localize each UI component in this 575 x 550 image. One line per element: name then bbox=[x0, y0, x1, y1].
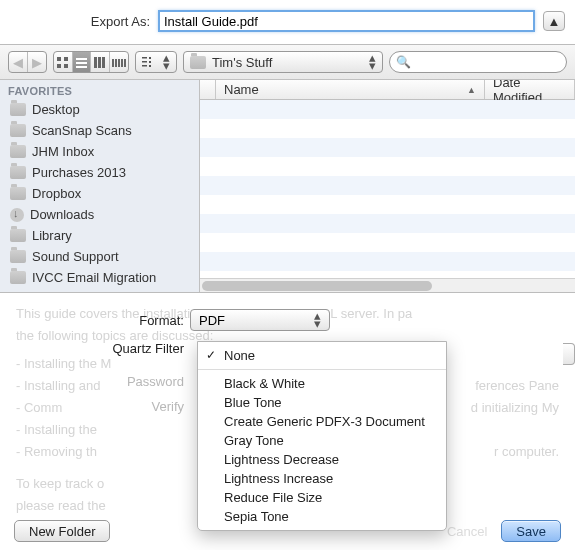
svg-rect-9 bbox=[102, 57, 105, 68]
new-folder-button[interactable]: New Folder bbox=[14, 520, 110, 542]
sidebar-item-purchases[interactable]: Purchases 2013 bbox=[0, 162, 199, 183]
sidebar-item-label: Library bbox=[32, 228, 72, 243]
folder-icon bbox=[10, 271, 26, 284]
sidebar-item-desktop[interactable]: Desktop bbox=[0, 99, 199, 120]
table-row[interactable] bbox=[200, 157, 575, 176]
table-row[interactable] bbox=[200, 119, 575, 138]
quartz-filter-label: Quartz Filter bbox=[0, 341, 190, 356]
list-icon bbox=[75, 56, 88, 69]
grid-icon bbox=[56, 56, 69, 69]
svg-rect-8 bbox=[98, 57, 101, 68]
icon-view-button[interactable] bbox=[54, 52, 73, 72]
column-view-button[interactable] bbox=[91, 52, 110, 72]
triangle-left-icon: ◀ bbox=[13, 55, 23, 70]
table-row[interactable] bbox=[200, 195, 575, 214]
security-options-button-edge[interactable] bbox=[563, 343, 575, 365]
table-row[interactable] bbox=[200, 214, 575, 233]
menu-item-blue-tone[interactable]: Blue Tone bbox=[198, 393, 446, 412]
sidebar-item-label: Desktop bbox=[32, 102, 80, 117]
sidebar: FAVORITES Desktop ScanSnap Scans JHM Inb… bbox=[0, 80, 200, 292]
sidebar-item-jhm-inbox[interactable]: JHM Inbox bbox=[0, 141, 199, 162]
triangle-right-icon: ▶ bbox=[32, 55, 42, 70]
table-row[interactable] bbox=[200, 252, 575, 271]
table-row[interactable] bbox=[200, 176, 575, 195]
column-name-label: Name bbox=[224, 82, 259, 97]
sidebar-item-scansnap[interactable]: ScanSnap Scans bbox=[0, 120, 199, 141]
forward-button[interactable]: ▶ bbox=[28, 52, 46, 72]
sidebar-item-ivcc[interactable]: IVCC Email Migration bbox=[0, 267, 199, 288]
quartz-filter-menu: None Black & White Blue Tone Create Gene… bbox=[197, 341, 447, 531]
downloads-icon bbox=[10, 208, 24, 222]
menu-item-lightness-decrease[interactable]: Lightness Decrease bbox=[198, 450, 446, 469]
search-field[interactable]: 🔍 bbox=[389, 51, 567, 73]
menu-item-reduce-file-size[interactable]: Reduce File Size bbox=[198, 488, 446, 507]
sidebar-item-label: Sound Support bbox=[32, 249, 119, 264]
menu-item-gray-tone[interactable]: Gray Tone bbox=[198, 431, 446, 450]
menu-item-black-white[interactable]: Black & White bbox=[198, 374, 446, 393]
svg-rect-0 bbox=[57, 57, 61, 61]
menu-divider bbox=[198, 369, 446, 370]
arrange-popup[interactable]: ▴▾ bbox=[135, 51, 177, 73]
sidebar-item-label: IVCC Email Migration bbox=[32, 270, 156, 285]
folder-icon bbox=[10, 229, 26, 242]
save-button[interactable]: Save bbox=[501, 520, 561, 542]
svg-rect-6 bbox=[76, 66, 87, 68]
triangle-up-icon: ▲ bbox=[548, 14, 561, 29]
filename-input[interactable] bbox=[158, 10, 535, 32]
horizontal-scrollbar[interactable] bbox=[200, 278, 575, 292]
svg-rect-18 bbox=[149, 57, 151, 59]
sort-ascending-icon: ▲ bbox=[467, 85, 476, 95]
svg-rect-7 bbox=[94, 57, 97, 68]
table-row[interactable] bbox=[200, 233, 575, 252]
scrollbar-thumb[interactable] bbox=[202, 281, 432, 291]
sidebar-item-label: Dropbox bbox=[32, 186, 81, 201]
menu-item-lightness-increase[interactable]: Lightness Increase bbox=[198, 469, 446, 488]
menu-item-pdfx3[interactable]: Create Generic PDFX-3 Document bbox=[198, 412, 446, 431]
location-label: Tim's Stuff bbox=[212, 55, 272, 70]
file-rows[interactable] bbox=[200, 100, 575, 278]
coverflow-view-button[interactable] bbox=[110, 52, 128, 72]
svg-rect-20 bbox=[149, 65, 151, 67]
table-row[interactable] bbox=[200, 138, 575, 157]
sidebar-item-dropbox[interactable]: Dropbox bbox=[0, 183, 199, 204]
menu-item-none[interactable]: None bbox=[198, 346, 446, 365]
folder-icon bbox=[10, 103, 26, 116]
view-mode-segment bbox=[53, 51, 129, 73]
table-row[interactable] bbox=[200, 100, 575, 119]
location-popup[interactable]: Tim's Stuff ▴▾ bbox=[183, 51, 383, 73]
back-button[interactable]: ◀ bbox=[9, 52, 28, 72]
disclosure-button[interactable]: ▲ bbox=[543, 11, 565, 31]
svg-rect-2 bbox=[57, 64, 61, 68]
file-list: Name▲ Date Modified bbox=[200, 80, 575, 292]
format-select[interactable]: PDF ▴▾ bbox=[190, 309, 330, 331]
svg-rect-13 bbox=[121, 59, 123, 67]
arrange-icon bbox=[142, 56, 153, 68]
svg-rect-11 bbox=[115, 59, 117, 67]
sidebar-item-label: Downloads bbox=[30, 207, 94, 222]
sidebar-item-sound-support[interactable]: Sound Support bbox=[0, 246, 199, 267]
format-value: PDF bbox=[199, 313, 225, 328]
menu-item-sepia-tone[interactable]: Sepia Tone bbox=[198, 507, 446, 526]
svg-rect-4 bbox=[76, 58, 87, 60]
columns-icon bbox=[93, 56, 106, 69]
column-date[interactable]: Date Modified bbox=[485, 80, 575, 99]
cancel-button-ghost: Cancel bbox=[447, 524, 487, 539]
svg-rect-12 bbox=[118, 59, 120, 67]
svg-rect-17 bbox=[142, 65, 147, 67]
sidebar-item-library[interactable]: Library bbox=[0, 225, 199, 246]
folder-icon bbox=[10, 250, 26, 263]
folder-icon bbox=[190, 56, 206, 69]
folder-icon bbox=[10, 124, 26, 137]
sidebar-item-downloads[interactable]: Downloads bbox=[0, 204, 199, 225]
column-name[interactable]: Name▲ bbox=[216, 80, 485, 99]
svg-rect-1 bbox=[64, 57, 68, 61]
verify-label: Verify bbox=[0, 399, 190, 414]
sidebar-item-label: ScanSnap Scans bbox=[32, 123, 132, 138]
export-as-label: Export As: bbox=[10, 14, 150, 29]
svg-rect-3 bbox=[64, 64, 68, 68]
list-view-button[interactable] bbox=[73, 52, 92, 72]
search-input[interactable] bbox=[415, 55, 560, 70]
toolbar: ◀ ▶ ▴▾ Tim's Stuff ▴▾ 🔍 bbox=[0, 45, 575, 80]
svg-rect-15 bbox=[142, 57, 147, 59]
favorites-header: FAVORITES bbox=[0, 80, 199, 99]
